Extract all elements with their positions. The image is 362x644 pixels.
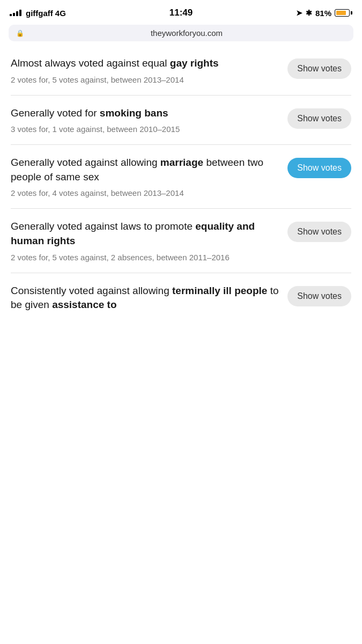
vote-text-block: Consistently voted against allowing term… (11, 284, 281, 316)
vote-topic-bold: smoking bans (100, 107, 168, 119)
lock-icon: 🔒 (16, 30, 24, 37)
vote-item-terminally-ill: Consistently voted against allowing term… (11, 273, 351, 325)
vote-stats: 2 votes for, 5 votes against, between 20… (11, 74, 281, 85)
network-type: 4G (55, 9, 66, 18)
vote-topic-bold: terminally ill people (172, 285, 267, 296)
show-votes-button-marriage-same-sex[interactable]: Show votes (287, 158, 351, 178)
clock: 11:49 (169, 8, 193, 18)
vote-item-gay-rights: Almost always voted against equal gay ri… (11, 46, 351, 96)
show-votes-button-terminally-ill[interactable]: Show votes (287, 286, 351, 306)
vote-stats: 2 votes for, 5 votes against, 2 absences… (11, 252, 281, 263)
vote-topic-bold: equality and human rights (11, 221, 255, 246)
vote-stats: 2 votes for, 4 votes against, between 20… (11, 187, 281, 199)
carrier-name: giffgaff (26, 9, 53, 18)
vote-description: Generally voted against allowing marriag… (11, 156, 281, 184)
bluetooth-icon: ✱ (306, 9, 312, 17)
vote-topic-bold: marriage (160, 157, 203, 168)
vote-topic-bold-2: assistance to (52, 299, 116, 310)
vote-text-block: Generally voted against laws to promote … (11, 219, 281, 262)
vote-text-block: Generally voted against allowing marriag… (11, 156, 281, 199)
url-text: theyworkforyou.com (27, 28, 346, 38)
vote-item-marriage-same-sex: Generally voted against allowing marriag… (11, 145, 351, 209)
show-votes-button-gay-rights[interactable]: Show votes (287, 58, 351, 79)
vote-description: Consistently voted against allowing term… (11, 284, 281, 312)
show-votes-button-smoking-bans[interactable]: Show votes (287, 108, 351, 129)
vote-description: Generally voted against laws to promote … (11, 219, 281, 248)
vote-item-equality-human-rights: Generally voted against laws to promote … (11, 209, 351, 273)
vote-description: Generally voted for smoking bans (11, 106, 281, 121)
address-bar[interactable]: 🔒 theyworkforyou.com (9, 25, 353, 41)
status-bar: giffgaff 4G 11:49 ➤ ✱ 81% (0, 0, 362, 24)
battery-percent: 81% (315, 9, 331, 18)
content-area: Almost always voted against equal gay ri… (0, 46, 362, 325)
vote-stats: 3 votes for, 1 vote against, between 201… (11, 123, 281, 135)
vote-description: Almost always voted against equal gay ri… (11, 56, 281, 71)
show-votes-button-equality-human-rights[interactable]: Show votes (287, 222, 351, 242)
carrier-info: giffgaff 4G (10, 9, 66, 18)
location-icon: ➤ (296, 9, 302, 17)
status-icons: ➤ ✱ 81% (296, 9, 352, 18)
vote-topic-bold: gay rights (170, 57, 219, 69)
battery-indicator (335, 9, 352, 17)
vote-item-smoking-bans: Generally voted for smoking bans 3 votes… (11, 96, 351, 145)
vote-text-block: Almost always voted against equal gay ri… (11, 56, 281, 85)
signal-icon (10, 10, 21, 16)
vote-text-block: Generally voted for smoking bans 3 votes… (11, 106, 281, 135)
